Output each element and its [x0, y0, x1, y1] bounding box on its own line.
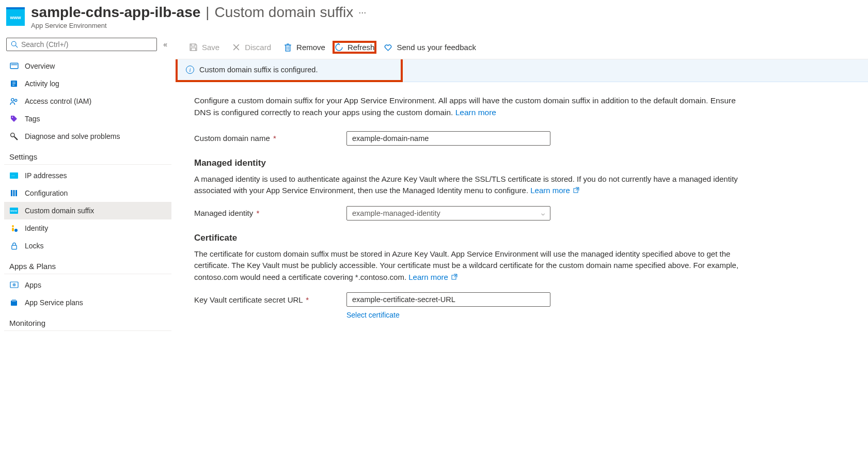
svg-rect-30	[286, 45, 290, 51]
custom-domain-label: Custom domain name *	[194, 134, 346, 143]
sidebar-item-custom-domain-suffix[interactable]: www Custom domain suffix	[4, 202, 171, 219]
external-link-icon	[451, 274, 457, 280]
svg-point-20	[12, 225, 14, 227]
external-link-icon	[573, 187, 579, 193]
sidebar-label: Apps	[25, 281, 41, 289]
managed-identity-label: Managed identity *	[194, 209, 346, 217]
svg-point-9	[14, 99, 17, 101]
title-separator: |	[206, 4, 209, 21]
info-text: Custom domain suffix is configured.	[199, 66, 318, 74]
save-icon	[189, 43, 198, 52]
chevron-down-icon: ⌵	[541, 210, 545, 217]
search-icon	[11, 41, 18, 48]
app-service-env-icon: www	[6, 7, 25, 26]
sidebar-item-activity-log[interactable]: Activity log	[4, 75, 171, 92]
remove-icon	[283, 43, 292, 52]
resource-name: sample-cdns-app-ilb-ase	[31, 4, 200, 21]
activity-log-icon	[9, 79, 19, 88]
certificate-title: Certificate	[194, 233, 849, 243]
svg-point-0	[11, 41, 16, 46]
tool-label: Remove	[296, 43, 325, 52]
sidebar-item-configuration[interactable]: Configuration	[4, 184, 171, 202]
svg-point-22	[14, 229, 18, 232]
discard-button[interactable]: Discard	[227, 40, 276, 55]
svg-point-25	[12, 283, 15, 286]
svg-text:···: ···	[11, 174, 15, 178]
save-button[interactable]: Save	[184, 40, 225, 55]
search-input-wrapper[interactable]	[6, 38, 157, 51]
learn-more-link[interactable]: Learn more	[408, 273, 457, 281]
main-content: Configure a custom domain suffix for you…	[176, 82, 868, 473]
refresh-icon	[335, 43, 343, 52]
svg-rect-23	[11, 245, 16, 249]
sidebar-item-tags[interactable]: Tags	[4, 110, 171, 128]
sidebar-label: Locks	[25, 242, 44, 250]
tags-icon	[9, 114, 19, 123]
sidebar-item-ip-addresses[interactable]: ··· IP addresses	[4, 167, 171, 184]
remove-button[interactable]: Remove	[278, 40, 330, 55]
toolbar: Save Discard Remove Refresh Send us your…	[176, 36, 868, 59]
certificate-desc: The certificate for custom domain suffix…	[194, 248, 752, 283]
configuration-icon	[9, 188, 19, 198]
sidebar-label: Tags	[25, 115, 40, 123]
identity-icon	[9, 224, 19, 233]
discard-icon	[232, 43, 241, 52]
svg-rect-15	[11, 190, 12, 196]
search-input[interactable]	[21, 40, 152, 49]
tool-label: Refresh	[348, 43, 375, 52]
page-description: Configure a custom domain suffix for you…	[194, 94, 752, 119]
sidebar-item-diagnose[interactable]: Diagnose and solve problems	[4, 128, 171, 145]
learn-more-link[interactable]: Learn more	[530, 186, 579, 195]
custom-domain-input[interactable]	[346, 131, 550, 146]
sidebar-item-apps[interactable]: Apps	[4, 276, 171, 294]
svg-rect-16	[13, 190, 15, 196]
sidebar-label: Activity log	[25, 80, 59, 88]
sidebar-item-locks[interactable]: Locks	[4, 237, 171, 255]
managed-identity-select[interactable]: example-managed-identity ⌵	[346, 206, 550, 220]
custom-domain-input-field[interactable]	[352, 134, 545, 143]
svg-rect-3	[11, 64, 17, 65]
svg-rect-27	[12, 299, 16, 302]
select-certificate-link[interactable]: Select certificate	[346, 311, 400, 319]
refresh-button[interactable]: Refresh	[333, 41, 377, 54]
ip-icon: ···	[9, 171, 19, 180]
sidebar-item-overview[interactable]: Overview	[4, 57, 171, 75]
sidebar-label: Access control (IAM)	[25, 97, 91, 105]
more-actions-button[interactable]: ···	[356, 5, 368, 20]
learn-more-link[interactable]: Learn more	[455, 108, 496, 117]
keyvault-url-label: Key Vault certificate secret URL *	[194, 295, 346, 304]
svg-text:www: www	[10, 209, 18, 212]
svg-point-8	[11, 98, 13, 101]
sidebar-item-app-service-plans[interactable]: App Service plans	[4, 294, 171, 311]
resource-type: App Service Environment	[31, 22, 862, 29]
collapse-sidebar-button[interactable]: «	[161, 38, 169, 51]
svg-line-12	[14, 136, 17, 139]
feedback-button[interactable]: Send us your feedback	[378, 40, 481, 55]
tool-label: Save	[202, 43, 219, 52]
managed-identity-desc: A managed identity is used to authentica…	[194, 174, 752, 197]
sidebar: « Overview Activity log Access control (…	[0, 36, 176, 473]
sidebar-label: Diagnose and solve problems	[25, 132, 120, 140]
heart-icon	[384, 43, 392, 52]
svg-point-11	[10, 133, 14, 136]
svg-line-1	[15, 45, 18, 48]
keyvault-url-input[interactable]	[346, 292, 550, 307]
locks-icon	[9, 241, 19, 250]
svg-rect-17	[15, 190, 17, 196]
sidebar-label: Identity	[25, 224, 48, 232]
custom-domain-icon: www	[9, 206, 19, 215]
diagnose-icon	[9, 132, 19, 141]
managed-identity-value: example-managed-identity	[352, 209, 440, 217]
svg-rect-21	[12, 228, 14, 231]
tool-label: Send us your feedback	[397, 43, 476, 52]
sidebar-label: Configuration	[25, 189, 68, 197]
managed-identity-title: Managed identity	[194, 158, 849, 168]
keyvault-url-input-field[interactable]	[352, 295, 545, 304]
sidebar-item-identity[interactable]: Identity	[4, 219, 171, 237]
sidebar-item-access-control[interactable]: Access control (IAM)	[4, 92, 171, 110]
tool-label: Discard	[245, 43, 271, 52]
sidebar-label: App Service plans	[25, 298, 83, 307]
sidebar-label: Custom domain suffix	[25, 207, 94, 215]
overview-icon	[9, 61, 19, 71]
info-icon: i	[186, 66, 194, 74]
